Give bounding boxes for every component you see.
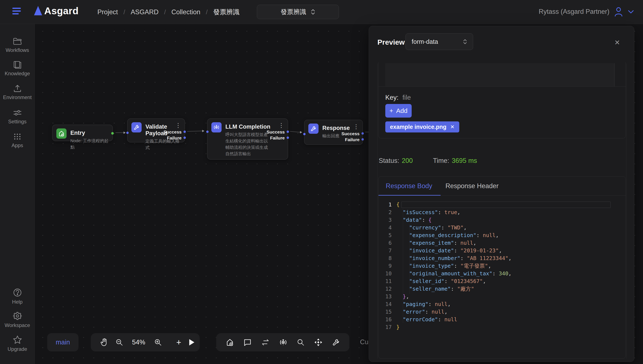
user-menu[interactable]: Rytass (Asgard Partner) xyxy=(539,6,634,17)
chevron-updown-icon xyxy=(463,39,467,45)
code-line: 2 "isSuccess": true, xyxy=(378,208,626,216)
file-chip[interactable]: example invoice.png ✕ xyxy=(385,122,459,132)
home-plus-icon xyxy=(56,128,66,139)
output-port-dot[interactable] xyxy=(111,132,114,134)
zoom-in-icon[interactable] xyxy=(154,338,162,346)
asgard-logo-icon xyxy=(33,5,43,16)
wrench-icon xyxy=(132,122,142,132)
gear-icon xyxy=(13,312,22,320)
response-tabbar: Response Body Response Header xyxy=(378,176,626,196)
form-key-row: Key: file xyxy=(385,94,411,102)
failure-port-dot[interactable] xyxy=(362,138,364,140)
close-icon[interactable]: ✕ xyxy=(614,38,620,46)
code-line: 14 "paging": null, xyxy=(378,300,626,308)
success-port-dot[interactable] xyxy=(184,130,186,133)
code-line: 16 "errorCode": null xyxy=(378,316,626,323)
sidebar-item-knowledge[interactable]: Knowledge xyxy=(0,60,35,76)
code-lines: 1{2 "isSuccess": true,3 "data": {4 "curr… xyxy=(378,196,626,331)
search-tool-icon[interactable] xyxy=(297,338,304,346)
node-toolbar xyxy=(216,333,349,352)
kebab-menu-icon[interactable]: ⋮ xyxy=(175,122,181,129)
branch-main-button[interactable]: main xyxy=(47,333,78,352)
code-line: 5 "expense_description": null, xyxy=(378,231,626,239)
code-line: 7 "invoice_date": "2019-01-23", xyxy=(378,247,626,254)
code-line: 13 }, xyxy=(378,292,626,300)
mode-select[interactable]: form-data xyxy=(406,34,473,50)
code-line: 6 "expense_item": null, xyxy=(378,239,626,247)
help-circle-icon xyxy=(13,288,22,297)
panel-scrollbar[interactable] xyxy=(626,64,626,359)
code-line: 10 "original_amount_with_tax": 340, xyxy=(378,270,626,277)
panel-left-hairline xyxy=(378,64,378,359)
swap-connections-tool-icon[interactable] xyxy=(261,339,270,346)
card-divider xyxy=(378,86,626,86)
pan-hand-icon[interactable] xyxy=(100,338,108,346)
code-line: 9 "invoice_type": "電子發票", xyxy=(378,262,626,270)
port-success: Success xyxy=(164,130,182,134)
sidebar-item-help[interactable]: Help xyxy=(0,288,35,305)
wrench-icon xyxy=(308,124,318,134)
node-entry[interactable]: Entry Node: 工作流程的起點 xyxy=(52,124,113,141)
tab-response-header[interactable]: Response Header xyxy=(446,182,498,190)
preview-panel: Preview form-data ✕ Key: file + Add exam… xyxy=(369,26,634,362)
comment-tool-icon[interactable] xyxy=(244,338,252,346)
workflow-select[interactable]: 發票辨識 xyxy=(257,5,339,19)
code-line: 8 "invoice_number": "AB 11223344", xyxy=(378,254,626,262)
llm-tool-icon[interactable] xyxy=(279,338,287,346)
success-port-dot[interactable] xyxy=(287,130,289,133)
sidebar-item-workflows[interactable]: Workflows xyxy=(0,37,35,53)
sidebar-item-environment[interactable]: Environment xyxy=(0,84,35,100)
sidebar-item-apps[interactable]: Apps xyxy=(0,132,35,148)
zoom-toolbar: 54% + xyxy=(91,333,200,352)
entry-node-tool-icon[interactable] xyxy=(226,338,234,346)
auto-layout-tool-icon[interactable] xyxy=(314,338,322,346)
node-subtitle: Node: 工作流程的起點 xyxy=(70,138,109,150)
sliders-icon xyxy=(13,109,22,117)
failure-port-dot[interactable] xyxy=(287,136,289,139)
status-value: 200 xyxy=(402,157,413,164)
hamburger-menu-icon[interactable] xyxy=(12,8,22,16)
input-port-dot[interactable] xyxy=(303,133,306,135)
code-line: 12 "seller_name": "廠方" xyxy=(378,285,626,292)
code-line: 3 "data": { xyxy=(378,216,626,224)
settings-wrench-tool-icon[interactable] xyxy=(332,338,340,346)
add-node-button[interactable]: + xyxy=(176,338,181,346)
code-line: 11 "seller_id": "01234567", xyxy=(378,277,626,285)
success-port-dot[interactable] xyxy=(362,132,364,134)
node-llm-completion[interactable]: LLM Completion 呼叫大型語言模型並產生結構化的資料輸出以輔助流程的… xyxy=(207,118,288,160)
code-line: 17} xyxy=(378,323,626,331)
chevron-updown-icon xyxy=(311,9,315,15)
failure-port-dot[interactable] xyxy=(184,136,186,139)
kebab-menu-icon[interactable]: ⋮ xyxy=(278,122,284,129)
time-value: 3695 ms xyxy=(452,157,477,164)
sidebar-item-workspace[interactable]: Workspace xyxy=(0,312,35,328)
tab-response-body[interactable]: Response Body xyxy=(386,182,432,190)
code-line: 15 "error": null, xyxy=(378,308,626,316)
sidebar-item-upgrade[interactable]: Upgrade xyxy=(0,335,35,352)
remove-file-icon[interactable]: ✕ xyxy=(450,124,454,130)
node-validate-payload[interactable]: Validate Payload 定義工具的輸入格式 ⋮ Success Fai… xyxy=(127,118,185,142)
key-label: Key: xyxy=(385,94,398,101)
plus-icon: + xyxy=(390,107,393,114)
apps-grid-icon xyxy=(13,132,22,140)
response-card: Response Body Response Header 1{2 "isSuc… xyxy=(378,176,626,359)
add-file-button[interactable]: + Add xyxy=(385,104,412,118)
status-label: Status: xyxy=(379,157,399,164)
run-workflow-button[interactable] xyxy=(188,339,195,346)
node-title: Response xyxy=(322,125,350,132)
breadcrumb-project[interactable]: Project xyxy=(98,8,118,16)
input-port-dot[interactable] xyxy=(126,132,129,134)
port-failure: Failure xyxy=(167,136,182,140)
kebab-menu-icon[interactable]: ⋮ xyxy=(353,123,359,130)
top-navbar: Asgard Project / ASGARD / Collection / 發… xyxy=(0,0,643,24)
sidebar-item-settings[interactable]: Settings xyxy=(0,109,35,124)
form-value-area[interactable] xyxy=(385,63,614,86)
node-response[interactable]: Response 輸出回應 ⋮ Success Failure xyxy=(304,120,363,145)
folder-icon xyxy=(13,37,22,45)
robot-icon xyxy=(211,122,222,132)
breadcrumb-asgard[interactable]: ASGARD xyxy=(131,8,158,16)
left-sidebar: Workflows Knowledge Environment Settings… xyxy=(0,24,35,364)
input-port-dot[interactable] xyxy=(206,130,208,133)
zoom-out-icon[interactable] xyxy=(116,338,123,346)
breadcrumb-collection[interactable]: Collection xyxy=(172,8,200,16)
